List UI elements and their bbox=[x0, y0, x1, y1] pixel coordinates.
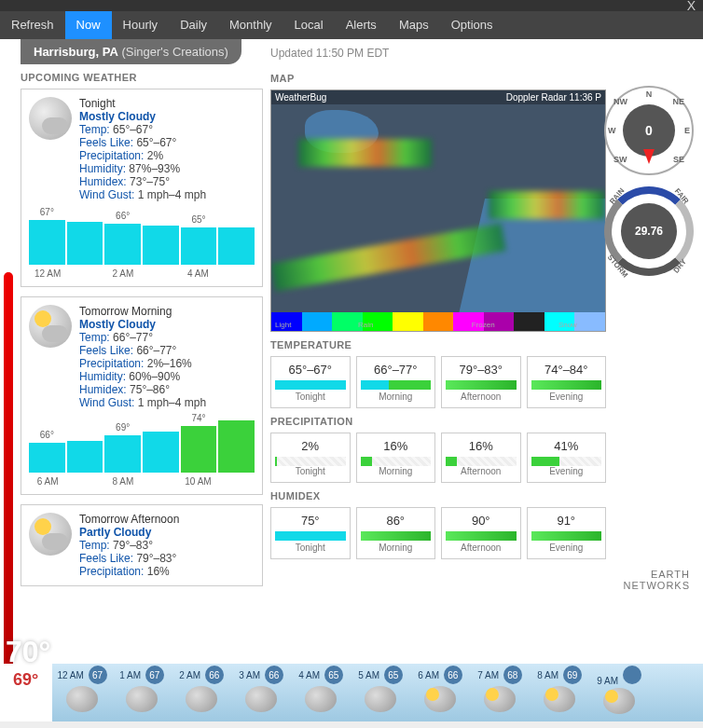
hourly-slot[interactable]: 3 AM 66 bbox=[231, 664, 291, 721]
menu-daily[interactable]: Daily bbox=[169, 11, 218, 39]
hourly-slot[interactable]: 4 AM 65 bbox=[291, 664, 351, 721]
wind-compass: N NE E SE SW W NW 0 bbox=[604, 86, 694, 175]
close-icon[interactable]: X bbox=[680, 0, 703, 13]
menubar: RefreshNowHourlyDailyMonthlyLocalAlertsM… bbox=[0, 11, 703, 39]
humidex-tile: 86°Morning bbox=[356, 507, 436, 559]
location-creator: (Singer's Creations) bbox=[121, 45, 227, 59]
compass-w: W bbox=[608, 126, 616, 135]
hourly-slot[interactable]: 9 AM bbox=[589, 664, 649, 721]
hourly-bar-chart: 67°66°65° bbox=[29, 209, 255, 265]
precip-tile: 41%Evening bbox=[527, 433, 607, 483]
hourly-slot[interactable]: 2 AM 66 bbox=[172, 664, 231, 721]
humidex-tile: 75°Tonight bbox=[270, 507, 351, 559]
brand-logo: EARTHNETWORKS bbox=[623, 569, 690, 591]
hourly-slot[interactable]: 12 AM 67 bbox=[52, 664, 112, 721]
menu-monthly[interactable]: Monthly bbox=[218, 11, 283, 39]
menu-maps[interactable]: Maps bbox=[388, 11, 440, 39]
hourly-slot[interactable]: 8 AM 69 bbox=[530, 664, 589, 721]
baro-rain: RAIN bbox=[608, 186, 626, 206]
temperature-header: TEMPERATURE bbox=[270, 339, 606, 350]
precip-tile: 2%Tonight bbox=[270, 433, 351, 483]
upcoming-column: Harrisburg, PA (Singer's Creations) UPCO… bbox=[21, 39, 263, 664]
location-name: Harrisburg, PA bbox=[34, 45, 118, 59]
compass-nw: NW bbox=[613, 97, 627, 106]
bottom-nav: HistoryNewsHealthVideosPhotosCamerasSett… bbox=[0, 721, 703, 728]
compass-e: E bbox=[684, 126, 690, 135]
compass-needle-icon bbox=[643, 149, 655, 170]
titlebar: X bbox=[0, 0, 703, 11]
weather-icon bbox=[29, 513, 72, 556]
temperature-tile: 65°–67°Tonight bbox=[270, 356, 351, 408]
map-provider: WeatherBug bbox=[275, 92, 326, 103]
hour-weather-icon bbox=[603, 688, 635, 714]
forecast-card: TonightMostly CloudyTemp: 65°–67° Feels … bbox=[21, 89, 263, 287]
compass-sw: SW bbox=[613, 155, 627, 164]
menu-hourly[interactable]: Hourly bbox=[112, 11, 170, 39]
baro-storm: STORM bbox=[606, 254, 629, 280]
location-tab[interactable]: Harrisburg, PA (Singer's Creations) bbox=[21, 39, 241, 64]
legend-light: Light bbox=[275, 321, 291, 329]
hour-weather-icon bbox=[126, 686, 158, 712]
weather-icon bbox=[29, 97, 72, 140]
barometer-gauge: RAIN FAIR STORM DRY 29.76 bbox=[604, 186, 694, 276]
compass-n: N bbox=[646, 89, 653, 99]
hour-weather-icon bbox=[305, 686, 337, 712]
thermometer-gutter: 70° 69° bbox=[0, 39, 17, 664]
hourly-slot[interactable]: 7 AM 68 bbox=[470, 664, 530, 721]
baro-dry: DRY bbox=[672, 257, 689, 274]
precip-tile: 16%Afternoon bbox=[441, 433, 521, 483]
current-temp: 70° bbox=[6, 635, 50, 669]
forecast-card: Tomorrow MorningMostly CloudyTemp: 66°–7… bbox=[21, 296, 263, 495]
humidex-header: HUMIDEX bbox=[270, 490, 606, 501]
temperature-tile: 74°–84°Evening bbox=[527, 356, 607, 408]
main-area: 70° 69° Harrisburg, PA (Singer's Creatio… bbox=[0, 39, 703, 664]
map-title: Doppler Radar 11:36 P bbox=[506, 92, 601, 103]
menu-local[interactable]: Local bbox=[283, 11, 335, 39]
temperature-tile: 66°–77°Morning bbox=[356, 356, 436, 408]
current-low: 69° bbox=[13, 670, 38, 690]
humidex-tiles: 75°Tonight86°Morning90°Afternoon91°Eveni… bbox=[270, 507, 606, 559]
hourly-slot[interactable]: 5 AM 65 bbox=[351, 664, 410, 721]
forecast-card: Tomorrow AfternoonPartly CloudyTemp: 79°… bbox=[21, 504, 263, 586]
hourly-strip[interactable]: 12 AM 671 AM 672 AM 663 AM 664 AM 655 AM… bbox=[52, 664, 703, 721]
hour-weather-icon bbox=[424, 686, 456, 712]
hour-weather-icon bbox=[484, 686, 516, 712]
menu-now[interactable]: Now bbox=[65, 11, 112, 39]
upcoming-header: UPCOMING WEATHER bbox=[21, 72, 263, 83]
hour-weather-icon bbox=[66, 686, 98, 712]
hour-weather-icon bbox=[245, 686, 277, 712]
humidex-tile: 90°Afternoon bbox=[441, 507, 521, 559]
legend-snow: Snow bbox=[558, 321, 577, 329]
compass-ne: NE bbox=[672, 97, 684, 106]
baro-fair: FAIR bbox=[673, 187, 691, 206]
radar-map[interactable]: WeatherBugDoppler Radar 11:36 P Light Ra… bbox=[270, 89, 606, 332]
barometer-value: 29.76 bbox=[621, 203, 677, 259]
hourly-slot[interactable]: 1 AM 67 bbox=[112, 664, 172, 721]
gauges-panel: N NE E SE SW W NW 0 RAIN FAIR STORM DRY … bbox=[604, 86, 697, 276]
humidex-tile: 91°Evening bbox=[527, 507, 607, 559]
menu-alerts[interactable]: Alerts bbox=[335, 11, 388, 39]
weather-icon bbox=[29, 305, 72, 348]
legend-frozen: Frozen bbox=[472, 321, 495, 329]
precip-header: PRECIPITATION bbox=[270, 416, 606, 427]
hour-weather-icon bbox=[186, 686, 217, 712]
hourly-slot[interactable]: 6 AM 66 bbox=[410, 664, 470, 721]
compass-se: SE bbox=[673, 155, 684, 164]
temperature-tiles: 65°–67°Tonight66°–77°Morning79°–83°After… bbox=[270, 356, 606, 408]
hourly-bar-chart: 66°69°74° bbox=[29, 417, 255, 473]
hour-weather-icon bbox=[544, 686, 575, 712]
temperature-tile: 79°–83°Afternoon bbox=[441, 356, 521, 408]
map-legend bbox=[271, 312, 605, 331]
legend-rain: Rain bbox=[358, 321, 373, 329]
menu-options[interactable]: Options bbox=[440, 11, 504, 39]
hour-weather-icon bbox=[365, 686, 396, 712]
map-header: MAP bbox=[270, 73, 606, 84]
updated-time: Updated 11:50 PM EDT bbox=[270, 39, 606, 65]
precip-tiles: 2%Tonight16%Morning16%Afternoon41%Evenin… bbox=[270, 433, 606, 483]
precip-tile: 16%Morning bbox=[356, 433, 436, 483]
menu-refresh[interactable]: Refresh bbox=[0, 11, 65, 39]
